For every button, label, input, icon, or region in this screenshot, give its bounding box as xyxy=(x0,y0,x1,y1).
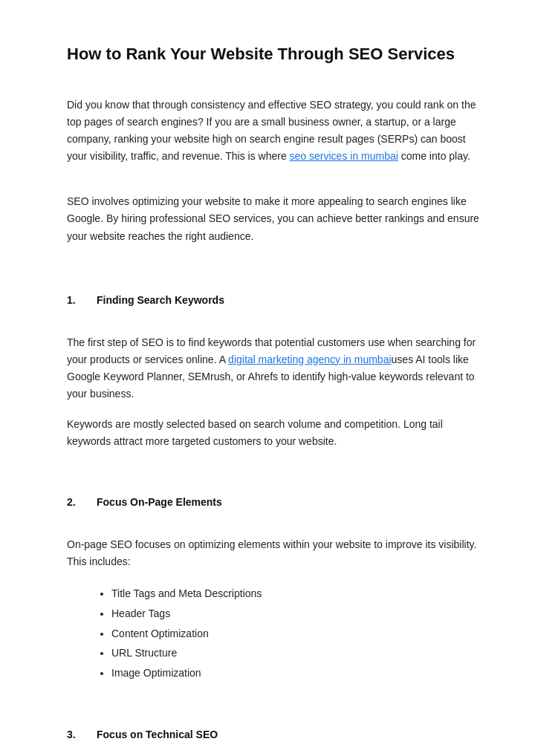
intro-text-after-link: come into play. xyxy=(398,150,470,162)
page-container: How to Rank Your Website Through SEO Ser… xyxy=(22,0,513,756)
section1-paragraph2: Keywords are mostly selected based on se… xyxy=(67,416,483,450)
section1-heading: 1. Finding Search Keywords xyxy=(67,294,483,306)
bullet-item-4: URL Structure xyxy=(111,643,483,663)
bullet-item-2: Header Tags xyxy=(111,604,483,624)
section1-number: 1. xyxy=(67,294,97,306)
page-title: How to Rank Your Website Through SEO Ser… xyxy=(67,45,483,64)
section2-heading: 2. Focus On-Page Elements xyxy=(67,496,483,508)
section2-number: 2. xyxy=(67,496,97,508)
section1-paragraph1: The first step of SEO is to find keyword… xyxy=(67,334,483,403)
bullet-item-1: Title Tags and Meta Descriptions xyxy=(111,584,483,604)
section3-heading-text: Focus on Technical SEO xyxy=(97,729,218,740)
intro-paragraph-2: SEO involves optimizing your website to … xyxy=(67,193,483,244)
intro-paragraph-1: Did you know that through consistency an… xyxy=(67,97,483,165)
section2-heading-text: Focus On-Page Elements xyxy=(97,496,222,508)
section3-heading: 3. Focus on Technical SEO xyxy=(67,729,483,740)
section2-bullet-list: Title Tags and Meta DescriptionsHeader T… xyxy=(111,584,483,682)
section3-number: 3. xyxy=(67,729,97,740)
section1-heading-text: Finding Search Keywords xyxy=(97,294,224,306)
digital-marketing-link[interactable]: digital marketing agency in mumbai xyxy=(228,353,391,365)
seo-services-link[interactable]: seo services in mumbai xyxy=(290,150,398,162)
bullet-item-5: Image Optimization xyxy=(111,663,483,683)
bullet-item-3: Content Optimization xyxy=(111,624,483,644)
section2-intro: On-page SEO focuses on optimizing elemen… xyxy=(67,536,483,570)
